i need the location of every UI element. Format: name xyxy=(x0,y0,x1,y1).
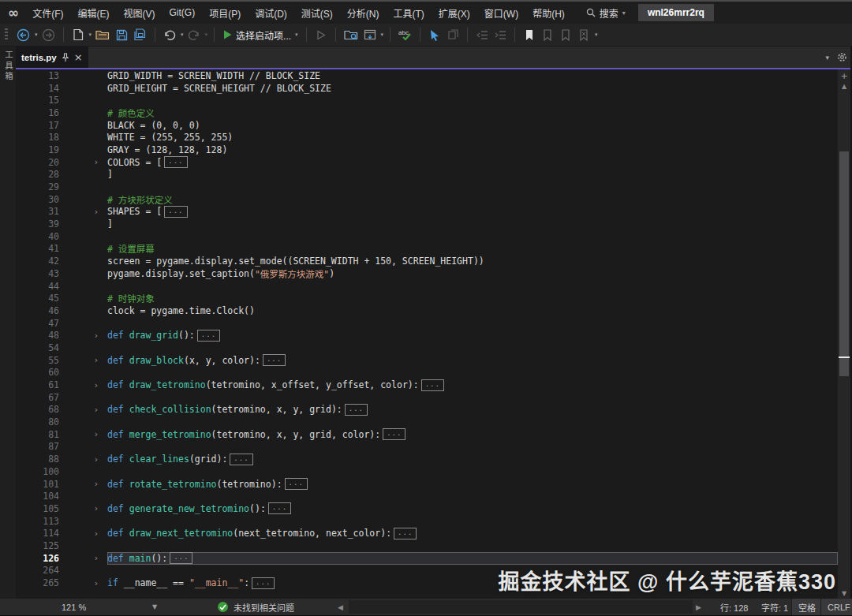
fold-chevron-icon[interactable]: › xyxy=(89,479,103,489)
scroll-down-icon[interactable]: ▼ xyxy=(838,590,850,597)
document-health-indicator[interactable]: 未找到相关问题 xyxy=(218,599,294,615)
navigate-forward-button[interactable] xyxy=(40,25,57,44)
status-indentation-mode[interactable]: 空格 xyxy=(791,599,823,615)
tab-tetris-py[interactable]: tetris.py × xyxy=(16,47,88,68)
split-handle-icon[interactable]: + xyxy=(838,71,850,81)
navigate-cursor-button[interactable] xyxy=(427,25,443,44)
collapsed-region[interactable]: ... xyxy=(230,454,252,465)
fold-chevron-icon[interactable]: › xyxy=(89,503,103,513)
hscroll-left-icon[interactable]: ◀ xyxy=(338,599,343,615)
menubar-item[interactable]: 编辑(E) xyxy=(71,2,117,24)
line-number: 48 xyxy=(16,330,59,341)
menubar-item[interactable]: 帮助(H) xyxy=(525,2,572,24)
token: WHITE = (255, 255, 255) xyxy=(107,132,233,143)
redo-button[interactable] xyxy=(186,25,202,44)
collapsed-region[interactable]: ... xyxy=(197,330,220,342)
fold-chevron-icon[interactable]: › xyxy=(89,578,103,588)
scroll-up-icon[interactable]: ▲ xyxy=(838,83,850,90)
back-dropdown[interactable]: ▾ xyxy=(35,32,38,38)
collapsed-region[interactable]: ... xyxy=(164,156,187,168)
preview-dropdown[interactable]: ▾ xyxy=(381,32,384,38)
run-without-debug-button[interactable] xyxy=(313,25,329,44)
code-editor[interactable]: 13GRID_WIDTH = SCREEN_WIDTH // BLOCK_SIZ… xyxy=(16,69,838,599)
menubar-item[interactable]: Git(G) xyxy=(163,2,203,24)
abc-check-icon: abc xyxy=(398,28,412,41)
collapsed-region[interactable]: ... xyxy=(268,502,291,514)
menubar-item[interactable]: 文件(F) xyxy=(25,2,70,24)
open-file-button[interactable] xyxy=(94,25,111,44)
new-file-button[interactable] xyxy=(70,25,86,44)
fold-chevron-icon[interactable]: › xyxy=(89,157,103,167)
menubar-item[interactable]: 调试(D) xyxy=(248,2,294,24)
collapsed-region[interactable]: ... xyxy=(164,206,187,218)
zoom-dropdown-caret-icon[interactable]: ▼ xyxy=(152,599,157,615)
redo-dropdown[interactable]: ▾ xyxy=(205,32,208,38)
status-line-ending[interactable]: CRLF xyxy=(820,599,852,615)
menubar-item[interactable]: 窗口(W) xyxy=(477,2,525,24)
tab-list-dropdown-icon[interactable]: ▾ xyxy=(825,54,829,62)
match-case-button[interactable] xyxy=(445,25,461,44)
start-debug-button[interactable]: 选择启动项... ▾ xyxy=(221,25,300,44)
spell-check-button[interactable]: abc xyxy=(397,25,413,44)
code-line: 14GRID_HEIGHT = SCREEN_HEIGHT // BLOCK_S… xyxy=(16,82,838,95)
pin-icon[interactable] xyxy=(62,53,69,62)
line-number: 14 xyxy=(16,83,59,94)
bookmark-dropdown[interactable]: ▾ xyxy=(595,32,598,38)
collapsed-region[interactable]: ... xyxy=(394,528,417,539)
collapsed-region[interactable]: ... xyxy=(345,404,368,416)
undo-button[interactable] xyxy=(162,25,178,44)
menubar-item[interactable]: 视图(V) xyxy=(117,2,163,24)
fold-chevron-icon[interactable]: › xyxy=(89,207,103,217)
search-control[interactable]: 搜索 ▾ xyxy=(586,6,626,20)
fold-chevron-icon[interactable]: › xyxy=(89,528,103,539)
code-line: 44 xyxy=(16,280,838,293)
save-button[interactable] xyxy=(114,25,129,44)
collapsed-region[interactable]: ... xyxy=(170,552,192,564)
menubar-item[interactable]: 扩展(X) xyxy=(432,2,477,24)
menubar-item[interactable]: 工具(T) xyxy=(387,2,432,24)
code-text: GRAY = (128, 128, 128) xyxy=(107,144,838,156)
new-file-dropdown[interactable]: ▾ xyxy=(89,32,92,38)
next-bookmark-button[interactable] xyxy=(558,25,574,44)
fold-chevron-icon[interactable]: › xyxy=(89,429,103,439)
toolbar-separator xyxy=(420,28,420,42)
zoom-level-dropdown[interactable]: 121 % xyxy=(62,599,86,615)
menubar-item[interactable]: 项目(P) xyxy=(202,2,248,24)
fold-chevron-icon[interactable]: › xyxy=(89,330,103,341)
horizontal-scrollbar-track[interactable] xyxy=(349,600,693,614)
decrease-indent-button[interactable] xyxy=(474,25,490,44)
collapsed-region[interactable]: ... xyxy=(421,379,444,391)
collapsed-region[interactable]: ... xyxy=(383,428,405,440)
prev-bookmark-button[interactable] xyxy=(540,25,555,44)
preview-window-button[interactable] xyxy=(362,25,378,44)
toolbar-grip[interactable] xyxy=(5,28,8,41)
clear-bookmarks-button[interactable] xyxy=(576,25,592,44)
code-line: 48›def draw_grid():... xyxy=(16,329,838,342)
code-line: 20›COLORS = [... xyxy=(16,156,838,169)
collapsed-region[interactable]: ... xyxy=(285,478,308,490)
menubar-item[interactable]: 分析(N) xyxy=(340,2,387,24)
vertical-scrollbar[interactable]: + ▲ ▼ xyxy=(838,69,850,599)
collapsed-region[interactable]: ... xyxy=(263,354,286,366)
token: clock = pygame.time.Clock() xyxy=(107,305,255,316)
hscroll-right-icon[interactable]: ▶ xyxy=(696,599,701,615)
sidebar-item-toolbox[interactable]: 工具箱 xyxy=(3,50,15,83)
menubar-item[interactable]: 测试(S) xyxy=(294,2,340,24)
scrollbar-thumb[interactable] xyxy=(839,151,849,376)
undo-dropdown[interactable]: ▾ xyxy=(181,32,184,38)
fold-chevron-icon[interactable]: › xyxy=(89,380,103,390)
fold-chevron-icon[interactable]: › xyxy=(89,553,103,563)
status-line-number[interactable]: 行: 128 xyxy=(720,599,748,615)
fold-chevron-icon[interactable]: › xyxy=(89,454,103,465)
close-icon[interactable]: × xyxy=(74,52,83,62)
solution-explorer-button[interactable] xyxy=(342,25,360,44)
fold-chevron-icon[interactable]: › xyxy=(89,405,103,415)
toggle-bookmark-button[interactable] xyxy=(521,25,537,44)
collapsed-region[interactable]: ... xyxy=(252,577,275,589)
status-column-number[interactable]: 字符: 1 xyxy=(761,599,788,615)
navigate-back-button[interactable] xyxy=(15,25,32,44)
increase-indent-button[interactable] xyxy=(492,25,508,44)
fold-chevron-icon[interactable]: › xyxy=(89,355,103,365)
gear-icon[interactable] xyxy=(837,52,847,62)
save-all-button[interactable] xyxy=(132,25,148,44)
